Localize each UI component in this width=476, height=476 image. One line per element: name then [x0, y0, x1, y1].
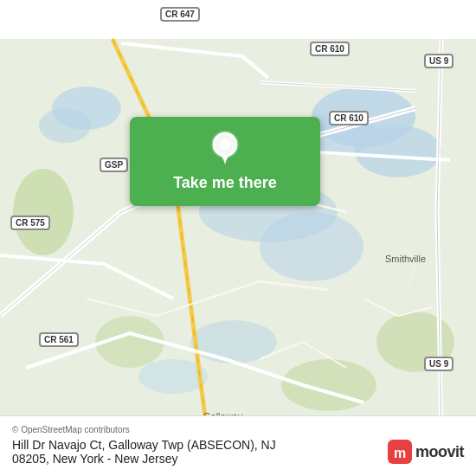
road-badge-cr610a: CR 610	[310, 42, 350, 56]
road-badge-us9a: US 9	[424, 54, 453, 68]
svg-text:m: m	[394, 446, 406, 460]
map-pin-icon	[208, 129, 242, 167]
bottom-bar: © OpenStreetMap contributors Hill Dr Nav…	[0, 415, 476, 476]
moovit-logo: m moovit	[388, 440, 464, 464]
road-badge-gsp: GSP	[100, 158, 128, 172]
svg-point-5	[39, 108, 91, 143]
road-badge-us9b: US 9	[424, 357, 453, 371]
svg-point-3	[355, 125, 441, 177]
popup-label: Take me there	[173, 174, 277, 192]
svg-point-19	[220, 139, 230, 150]
take-me-there-button[interactable]: Take me there	[130, 117, 320, 206]
svg-point-7	[260, 212, 363, 281]
road-badge-cr561: CR 561	[39, 332, 79, 347]
road-badge-cr647: CR 647	[160, 7, 200, 22]
road-badge-cr575: CR 575	[10, 215, 50, 230]
moovit-icon: m	[388, 440, 412, 464]
map-svg: Smithville Galloway	[0, 0, 476, 476]
svg-point-10	[13, 169, 74, 255]
road-badge-cr610b: CR 610	[329, 111, 369, 125]
copyright-text: © OpenStreetMap contributors	[12, 425, 464, 434]
moovit-text: moovit	[415, 443, 464, 461]
map-container: Smithville Galloway CR 647 CR 610 CR 610…	[0, 0, 476, 476]
svg-text:Smithville: Smithville	[385, 254, 426, 264]
